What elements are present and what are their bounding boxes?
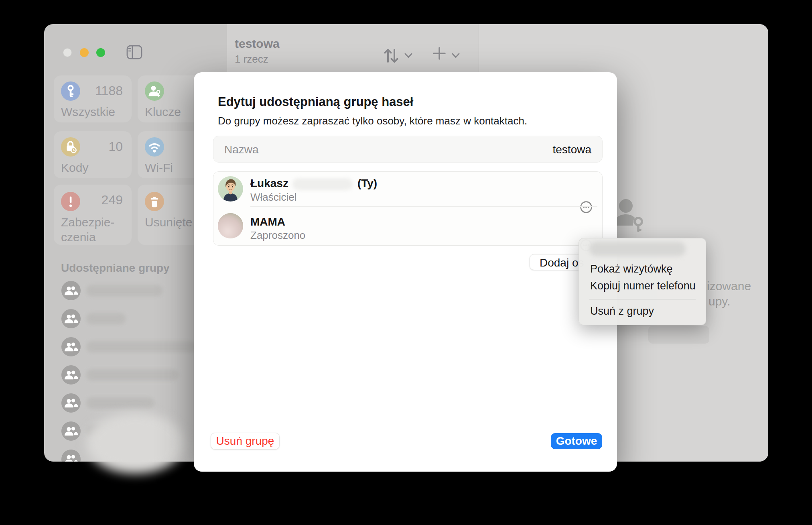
wifi-icon: [145, 137, 164, 157]
delete-group-button[interactable]: Usuń grupę: [211, 433, 280, 450]
shared-groups-header: Udostępniane grupy: [61, 262, 170, 275]
blurred-group-name[interactable]: [86, 397, 154, 409]
window-minimize-button[interactable]: [80, 48, 89, 57]
name-field-value: testowa: [553, 143, 592, 156]
blurred-menu-header: [589, 242, 686, 256]
members-list: Łukasz(Ty) Właściciel MAMA Zaproszono: [213, 171, 603, 246]
window-close-button[interactable]: [63, 48, 72, 57]
name-field-label: Nazwa: [224, 143, 259, 156]
row-divider: [250, 206, 597, 207]
item-count-label: 1 rzecz: [235, 53, 268, 65]
tile-label: Zabezpie-czenia: [61, 215, 121, 244]
chevron-down-icon: [452, 53, 460, 58]
sidebar-item-codes[interactable]: 10 Kody: [54, 131, 132, 178]
avatar: [218, 176, 243, 201]
group-icon[interactable]: [61, 309, 81, 328]
tile-count: 1188: [95, 83, 123, 98]
blurred-region: [86, 413, 185, 474]
window-zoom-button[interactable]: [96, 48, 105, 57]
menu-item-show-card[interactable]: Pokaż wizytówkę: [590, 263, 673, 275]
group-icon[interactable]: [61, 365, 81, 385]
tile-count: 10: [108, 139, 123, 154]
screenshot-canvas: 1188 Wszystkie Klucze: [0, 0, 812, 525]
sidebar-item-security[interactable]: 249 Zabezpie-czenia: [54, 185, 132, 245]
member-options-button[interactable]: [580, 201, 592, 213]
selected-group-title: testowa: [235, 37, 280, 51]
member-suffix: (Ty): [357, 177, 377, 189]
dialog-title: Edytuj udostępnianą grupę haseł: [218, 95, 413, 109]
sidebar-item-all[interactable]: 1188 Wszystkie: [54, 75, 132, 122]
dimmed-button-sliver: [648, 326, 709, 344]
member-name: MAMA: [250, 216, 285, 228]
detail-placeholder-text-fragment: izowane: [707, 279, 751, 293]
group-icon[interactable]: [61, 393, 81, 413]
done-button[interactable]: Gotowe: [551, 433, 602, 449]
blurred-surname: [292, 178, 353, 190]
tile-count: 249: [102, 193, 123, 208]
detail-placeholder-text-fragment: upy.: [708, 295, 730, 308]
group-name-field[interactable]: Nazwa testowa: [213, 136, 603, 163]
menu-separator: [589, 299, 696, 299]
blurred-group-name[interactable]: [86, 369, 179, 381]
person-key-icon: [145, 81, 164, 101]
add-item-icon[interactable]: [432, 47, 446, 60]
avatar: [218, 213, 243, 238]
blurred-group-name[interactable]: [86, 341, 197, 352]
toggle-sidebar-icon[interactable]: [126, 45, 142, 59]
sort-icon[interactable]: [383, 47, 399, 64]
member-role: Właściciel: [250, 191, 297, 203]
blurred-group-name[interactable]: [86, 285, 162, 296]
trash-icon: [145, 192, 164, 211]
member-context-menu: Pokaż wizytówkę Kopiuj numer telefonu Us…: [579, 238, 706, 325]
edit-shared-group-dialog: Edytuj udostępnianą grupę haseł Do grupy…: [194, 72, 617, 472]
tile-label: Kody: [61, 160, 121, 175]
chevron-down-icon: [404, 53, 412, 58]
group-icon[interactable]: [61, 281, 81, 300]
member-name: Łukasz(Ty): [250, 177, 377, 190]
person-key-icon: [613, 197, 648, 234]
group-icon[interactable]: [61, 337, 81, 356]
key-icon: [61, 81, 80, 101]
blurred-group-name[interactable]: [86, 313, 126, 324]
tile-label: Wszystkie: [61, 104, 121, 119]
menu-item-copy-phone[interactable]: Kopiuj numer telefonu: [590, 280, 696, 292]
menu-item-remove-from-group[interactable]: Usuń z grupy: [590, 305, 654, 317]
member-role: Zaproszono: [250, 229, 305, 242]
group-icon[interactable]: [61, 450, 81, 462]
dialog-subtitle: Do grupy możesz zapraszać tylko osoby, k…: [218, 115, 527, 127]
group-icon[interactable]: [61, 421, 81, 441]
lock-clock-icon: [61, 137, 80, 157]
exclamation-icon: [61, 192, 80, 211]
